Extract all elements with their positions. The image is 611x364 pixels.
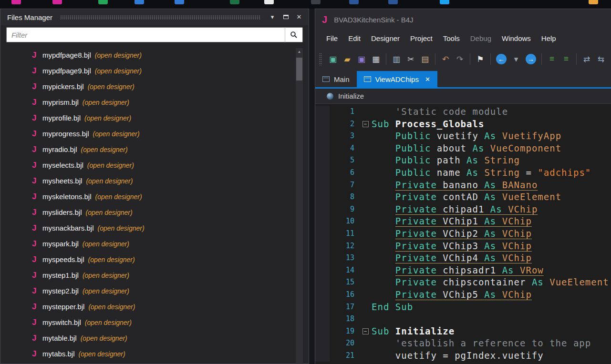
open-designer-link[interactable]: (open designer) xyxy=(83,287,129,295)
taskbar-icon[interactable] xyxy=(135,0,144,4)
save-button[interactable]: ▣ xyxy=(355,53,368,65)
breakpoint-margin[interactable] xyxy=(315,276,330,289)
code-text[interactable]: Private VChip1 As VChip xyxy=(372,215,611,228)
paste-button[interactable]: ▤ xyxy=(419,53,431,65)
redo-button[interactable]: ↷ xyxy=(454,53,466,65)
code-text[interactable]: Public vuetify As VuetifyApp xyxy=(372,130,611,142)
collapse-region-icon[interactable]: − xyxy=(362,121,369,127)
taskbar-icon[interactable] xyxy=(311,0,321,4)
breakpoint-margin[interactable] xyxy=(315,106,330,118)
code-text[interactable]: Public about As VueComponent xyxy=(372,142,611,155)
code-text[interactable]: vuetify = pgIndex.vuetify xyxy=(372,350,611,362)
open-designer-link[interactable]: (open designer) xyxy=(79,350,125,358)
breakpoint-margin[interactable] xyxy=(315,252,330,264)
breakpoint-margin[interactable] xyxy=(315,264,330,277)
menu-tools[interactable]: Tools xyxy=(438,30,465,47)
indent-button[interactable]: ≡ xyxy=(560,53,572,65)
maximize-button[interactable] xyxy=(281,12,290,22)
breakpoint-margin[interactable] xyxy=(315,179,330,192)
breakpoint-margin[interactable] xyxy=(315,325,330,338)
taskbar-icon[interactable] xyxy=(440,0,449,4)
code-text[interactable]: Private VChip5 As VChip xyxy=(372,289,611,301)
code-text[interactable]: Public path As String xyxy=(372,154,611,167)
file-row[interactable]: Jmysnackbars.bjl(open designer) xyxy=(0,220,309,236)
file-row[interactable]: Jmypickers.bjl(open designer) xyxy=(0,79,309,94)
menu-debug[interactable]: Debug xyxy=(465,30,497,47)
code-text[interactable]: Private contAD As VueElement xyxy=(372,191,611,203)
file-row[interactable]: Jmystep2.bjl(open designer) xyxy=(0,283,309,299)
taskbar-icon[interactable] xyxy=(388,0,398,4)
open-designer-link[interactable]: (open designer) xyxy=(85,319,132,326)
breakpoint-margin[interactable] xyxy=(315,228,330,240)
back-history-dropdown[interactable]: ▾ xyxy=(510,53,522,65)
taskbar-icon[interactable] xyxy=(11,0,21,4)
file-row[interactable]: Jmyprism.bjl(open designer) xyxy=(0,94,309,110)
open-designer-link[interactable]: (open designer) xyxy=(81,334,127,342)
breakpoint-margin[interactable] xyxy=(315,350,330,362)
code-text[interactable] xyxy=(372,313,611,325)
file-row[interactable]: Jmyspark.bjl(open designer) xyxy=(0,236,309,252)
open-designer-link[interactable]: (open designer) xyxy=(83,99,129,106)
close-button[interactable]: ✕ xyxy=(294,12,304,22)
menu-windows[interactable]: Windows xyxy=(497,30,536,47)
breakpoint-margin[interactable] xyxy=(315,167,330,179)
breakpoint-margin[interactable] xyxy=(315,215,330,228)
back-button[interactable]: ← xyxy=(496,54,507,64)
code-text[interactable]: Private chipad1 As VChip xyxy=(372,203,611,216)
code-text[interactable]: Private banano As BANano xyxy=(372,179,611,192)
taskbar-icon[interactable] xyxy=(589,0,598,4)
breakpoint-margin[interactable] xyxy=(315,203,330,216)
breakpoint-margin[interactable] xyxy=(315,154,330,167)
open-designer-link[interactable]: (open designer) xyxy=(87,162,134,169)
search-button[interactable] xyxy=(285,27,303,42)
code-text[interactable]: Private VChip3 As VChip xyxy=(372,240,611,253)
code-text[interactable]: Public name As String = "adchips" xyxy=(372,167,611,179)
scroll-up-arrow-icon[interactable]: ▲ xyxy=(296,48,303,55)
taskbar-icon[interactable] xyxy=(349,0,359,4)
open-button[interactable]: ▰ xyxy=(341,53,353,65)
breakpoint-margin[interactable] xyxy=(315,301,330,313)
code-text[interactable]: 'Static code module xyxy=(372,106,611,118)
ide-titlebar[interactable]: J BVAD3KitchenSink - B4J xyxy=(315,9,611,30)
file-row[interactable]: Jmyprofile.bjl(open designer) xyxy=(0,110,309,126)
tab-main[interactable]: Main xyxy=(315,71,357,87)
file-row[interactable]: Jmysheets.bjl(open designer) xyxy=(0,173,309,189)
comment-button[interactable]: ≡ xyxy=(546,53,558,65)
open-designer-link[interactable]: (open designer) xyxy=(95,67,142,75)
file-row[interactable]: Jmypdfpage9.bjl(open designer) xyxy=(0,63,309,79)
open-designer-link[interactable]: (open designer) xyxy=(98,224,145,232)
breakpoint-margin[interactable] xyxy=(315,313,330,325)
taskbar-icon[interactable] xyxy=(52,0,62,4)
taskbar-icon[interactable] xyxy=(264,0,274,4)
breakpoint-margin[interactable] xyxy=(315,118,330,131)
open-designer-link[interactable]: (open designer) xyxy=(81,146,128,153)
breakpoint-margin[interactable] xyxy=(315,142,330,155)
modules-button[interactable]: ⇆ xyxy=(595,53,607,65)
menu-designer[interactable]: Designer xyxy=(366,30,405,47)
file-row[interactable]: Jmystep1.bjl(open designer) xyxy=(0,267,309,283)
forward-button[interactable]: → xyxy=(526,54,536,64)
file-row[interactable]: Jmystepper.bjl(open designer) xyxy=(0,299,309,314)
menu-file[interactable]: File xyxy=(321,30,343,47)
file-row[interactable]: Jmyprogress.bjl(open designer) xyxy=(0,126,309,142)
save-all-button[interactable]: ▦ xyxy=(370,53,382,65)
open-designer-link[interactable]: (open designer) xyxy=(93,130,140,138)
breakpoint-margin[interactable] xyxy=(315,191,330,203)
files-manager-titlebar[interactable]: Files Manager ▾ ✕ xyxy=(0,9,309,25)
open-designer-link[interactable]: (open designer) xyxy=(88,83,135,91)
code-text[interactable]: Private chipscontainer As VueElement xyxy=(372,276,611,289)
bookmark-button[interactable]: ⚑ xyxy=(474,53,487,65)
open-designer-link[interactable]: (open designer) xyxy=(88,256,135,263)
designer-script-button[interactable]: ⇄ xyxy=(580,53,593,65)
scrollbar-thumb[interactable] xyxy=(296,58,302,81)
file-row[interactable]: Jmytable.bjl(open designer) xyxy=(0,330,309,346)
taskbar-icon[interactable] xyxy=(98,0,108,4)
file-row[interactable]: Jmytabs.bjl(open designer) xyxy=(0,346,309,362)
open-designer-link[interactable]: (open designer) xyxy=(83,240,129,248)
region-header[interactable]: Initialize xyxy=(315,89,611,104)
breakpoint-margin[interactable] xyxy=(315,289,330,301)
menu-project[interactable]: Project xyxy=(405,30,438,47)
undo-button[interactable]: ↶ xyxy=(439,53,452,65)
file-row[interactable]: Jmyskeletons.bjl(open designer) xyxy=(0,189,309,204)
code-editor[interactable]: 1 'Static code module2−Sub Process_Globa… xyxy=(315,104,611,364)
